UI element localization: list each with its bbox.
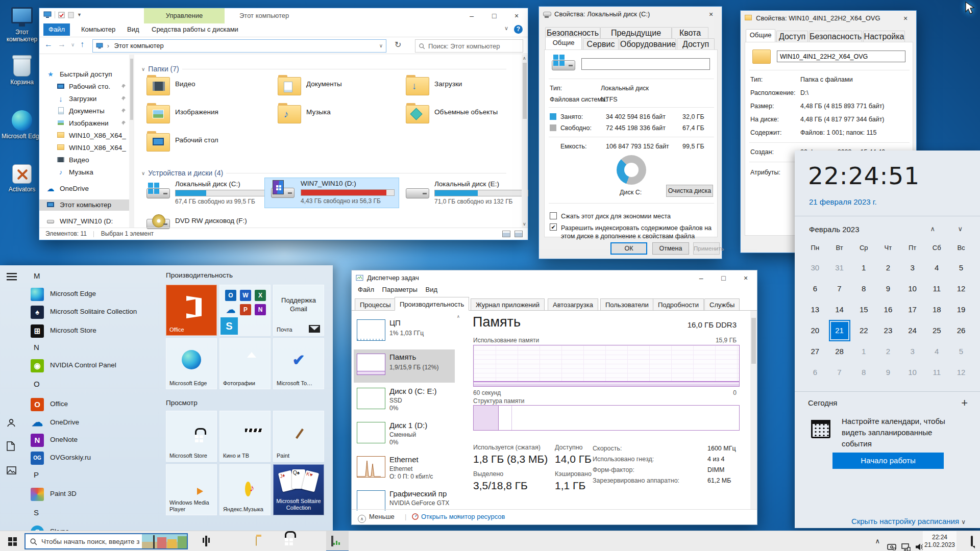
- tray-show-hidden-icons[interactable]: ∧: [875, 531, 880, 551]
- day-cell[interactable]: 2: [878, 342, 898, 361]
- tile-office-apps-folder[interactable]: O W X ☁ P N S: [219, 285, 271, 336]
- app-list-letter[interactable]: P: [34, 470, 39, 479]
- close-icon[interactable]: ×: [895, 11, 916, 26]
- taskbar-search-input[interactable]: Чтобы начать поиск, введите з: [24, 533, 188, 549]
- chevron-down-icon[interactable]: ∨: [141, 66, 145, 72]
- day-cell[interactable]: 30: [805, 258, 825, 278]
- day-cell[interactable]: 26: [951, 321, 971, 340]
- back-icon[interactable]: ←: [44, 40, 53, 49]
- refresh-icon[interactable]: ↻: [395, 40, 401, 49]
- day-cell[interactable]: 31: [830, 258, 849, 278]
- day-cell[interactable]: 3: [903, 258, 922, 278]
- task-view-button[interactable]: [200, 531, 223, 551]
- close-icon[interactable]: ×: [736, 270, 756, 286]
- perf-list-scrollbar[interactable]: ∧∨: [456, 314, 461, 518]
- calendar-month-label[interactable]: Февраль 2023: [809, 225, 860, 234]
- menu-computer[interactable]: Компьютер: [76, 23, 120, 36]
- day-cell[interactable]: 18: [927, 300, 946, 319]
- day-cell[interactable]: 20: [805, 321, 825, 340]
- day-cell[interactable]: 4: [927, 342, 946, 361]
- folder-item[interactable]: Документы: [278, 76, 403, 102]
- day-cell[interactable]: 14: [830, 300, 849, 319]
- tab-users[interactable]: Пользователи: [600, 298, 654, 311]
- tab-customize[interactable]: Настройка: [863, 31, 905, 42]
- task-manager-scrollbar[interactable]: [750, 311, 757, 509]
- fewer-details-toggle[interactable]: ∧Меньше: [358, 513, 395, 523]
- tile-office[interactable]: Office: [166, 285, 217, 336]
- day-cell[interactable]: 6: [805, 279, 825, 298]
- search-daily-image[interactable]: [142, 534, 187, 548]
- device-item-drive-e[interactable]: Локальный диск (E:) 71,0 ГБ свободно из …: [406, 180, 533, 207]
- desktop-icon-this-pc[interactable]: Этот компьютер: [0, 7, 44, 43]
- thumbnails-view-icon[interactable]: [514, 231, 523, 237]
- day-cell[interactable]: 17: [903, 300, 922, 319]
- pictures-icon[interactable]: [7, 466, 16, 474]
- app-item-ovgorskiy[interactable]: OGOVGorskiy.ru: [27, 450, 159, 466]
- new-folder-icon[interactable]: [68, 12, 74, 18]
- taskbar-explorer-button[interactable]: [251, 531, 274, 551]
- sidebar-item-music[interactable]: ♪Музыка: [39, 167, 129, 178]
- tile-paint[interactable]: Paint: [273, 411, 324, 462]
- clock-date-link[interactable]: 21 февраля 2023 г.: [809, 197, 877, 206]
- tray-clock[interactable]: 22:24 21.02.2023: [923, 531, 957, 551]
- tab-services[interactable]: Службы: [704, 298, 740, 311]
- index-checkbox[interactable]: ✔: [550, 223, 557, 231]
- sidebar-item-quick-access[interactable]: ★Быстрый доступ: [39, 69, 129, 80]
- tab-previous-versions[interactable]: Предыдущие версии: [600, 27, 672, 38]
- day-cell[interactable]: 12: [951, 279, 971, 298]
- chevron-up-icon[interactable]: ∧: [930, 225, 935, 233]
- tile-group-title[interactable]: Просмотр: [166, 399, 198, 407]
- maximize-icon[interactable]: □: [484, 8, 504, 23]
- tile-wmp[interactable]: Windows Media Player: [166, 464, 217, 515]
- app-list-letter[interactable]: N: [34, 343, 39, 352]
- day-cell[interactable]: 16: [878, 300, 898, 319]
- details-view-icon[interactable]: [502, 231, 510, 237]
- chevron-down-icon[interactable]: ∨: [141, 170, 145, 176]
- sidebar-item-documents[interactable]: Документы: [39, 106, 129, 117]
- folder-item[interactable]: Видео: [146, 76, 272, 102]
- sidebar-item-videos[interactable]: Видео: [39, 155, 129, 166]
- add-event-icon[interactable]: +: [961, 396, 968, 410]
- sidebar-item-folder[interactable]: WIN10_X86_X64_: [39, 142, 129, 154]
- tab-tools[interactable]: Сервис: [583, 38, 619, 49]
- sidebar-item-downloads[interactable]: ↓Загрузки: [39, 93, 129, 105]
- day-cell[interactable]: 10: [903, 279, 922, 298]
- today-section-label[interactable]: Сегодня: [808, 398, 838, 407]
- user-account-icon[interactable]: [7, 418, 16, 428]
- explorer-search-input[interactable]: Поиск: Этот компьютер: [415, 39, 523, 53]
- up-icon[interactable]: ↑: [80, 40, 84, 49]
- contextual-tab-manage[interactable]: Управление: [144, 8, 225, 23]
- desktop-icon-edge[interactable]: Microsoft Edge: [0, 110, 44, 140]
- sidebar-item-pictures[interactable]: Изображени: [39, 118, 129, 129]
- tab-processes[interactable]: Процессы: [355, 298, 396, 311]
- tile-solitaire[interactable]: J♦ Q♠ K♥ Microsoft Solitaire Collection: [273, 464, 324, 515]
- day-cell[interactable]: 10: [903, 363, 922, 382]
- tab-security[interactable]: Безопасность: [809, 31, 862, 42]
- tile-yandex-music[interactable]: Яндекс.Музыка: [219, 464, 271, 515]
- volume-label-input[interactable]: [581, 58, 710, 70]
- compress-checkbox[interactable]: [550, 212, 557, 219]
- cancel-button[interactable]: Отмена: [652, 242, 689, 255]
- day-cell[interactable]: 13: [805, 300, 825, 319]
- perf-item-disk1[interactable]: Диск 1 (D:) Сменный 0%: [354, 418, 455, 451]
- minimize-icon[interactable]: –: [461, 8, 482, 23]
- maximize-icon[interactable]: □: [713, 270, 733, 286]
- day-cell[interactable]: 7: [830, 363, 849, 382]
- perf-item-ethernet[interactable]: Ethernet Ethernet О: 0 П: 0 кбит/с: [354, 452, 455, 485]
- tab-hardware[interactable]: Оборудование: [620, 38, 676, 49]
- tab-startup[interactable]: Автозагрузка: [548, 298, 598, 311]
- documents-icon[interactable]: [7, 441, 15, 451]
- address-dropdown-icon[interactable]: ∨: [379, 40, 383, 52]
- tile-group-title[interactable]: Производительность: [166, 271, 233, 279]
- group-header-devices[interactable]: ∨ Устройства и диски (4): [141, 168, 506, 178]
- day-cell[interactable]: 4: [927, 258, 946, 278]
- app-item-solitaire[interactable]: ♠Microsoft Solitaire Collection: [27, 305, 159, 320]
- day-cell[interactable]: 19: [951, 300, 971, 319]
- day-cell[interactable]: 5: [951, 258, 971, 278]
- day-cell[interactable]: 9: [878, 279, 898, 298]
- perf-item-cpu[interactable]: ЦП 1% 1,03 ГГц: [354, 315, 455, 348]
- taskbar-mail-button[interactable]: [301, 531, 324, 551]
- breadcrumb[interactable]: Этот компьютер: [114, 42, 164, 49]
- close-icon[interactable]: ×: [700, 7, 722, 22]
- ribbon-collapse-icon[interactable]: ∨: [504, 25, 508, 32]
